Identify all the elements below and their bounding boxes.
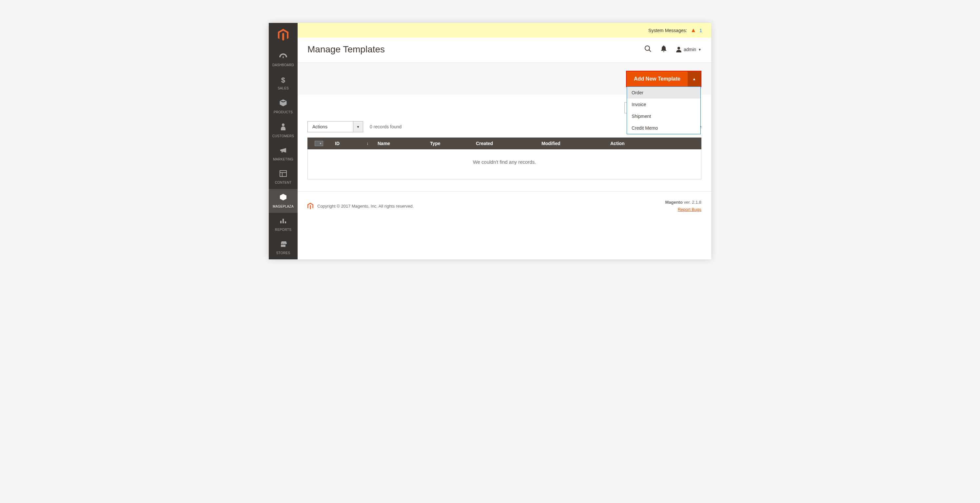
header-actions: admin ▼ [644,45,702,54]
sidebar-item-dashboard[interactable]: DASHBOARD [269,48,298,71]
sidebar-item-marketing[interactable]: MARKETING [269,143,298,166]
svg-rect-4 [280,221,282,223]
sidebar-item-reports[interactable]: REPORTS [269,213,298,236]
sidebar-item-content[interactable]: CONTENT [269,166,298,189]
sidebar-item-label: SALES [270,86,296,90]
column-name[interactable]: Name [373,138,425,149]
sidebar-item-stores[interactable]: STORES [269,236,298,259]
magento-logo[interactable] [269,23,298,48]
grid-header: ▼ ID ↓ Name Type Created [307,138,702,149]
copyright-text: Copyright © 2017 Magento, Inc. All right… [317,204,414,209]
sidebar-item-customers[interactable]: CUSTOMERS [269,119,298,143]
column-id[interactable]: ID ↓ [330,138,373,149]
svg-rect-6 [285,221,286,223]
svg-point-9 [678,47,680,49]
dropdown-item-shipment[interactable]: Shipment [627,110,700,122]
dropdown-item-order[interactable]: Order [627,87,700,98]
data-grid: ▼ ID ↓ Name Type Created [307,138,702,179]
megaphone-icon [270,147,296,156]
bar-chart-icon [270,217,296,226]
version-number: ver. 2.1.8 [683,200,702,205]
svg-rect-1 [280,171,286,176]
caret-up-icon: ▲ [692,77,696,81]
column-type[interactable]: Type [425,138,471,149]
add-new-template-dropdown: Order Invoice Shipment Credit Memo [627,86,701,134]
version-label: Magento [665,200,682,205]
person-icon [270,123,296,132]
sidebar: DASHBOARD $ SALES PRODUCTS CUSTOMERS MAR… [269,23,298,259]
bell-icon[interactable] [661,45,667,54]
svg-point-7 [645,46,650,51]
sidebar-item-label: CUSTOMERS [270,134,296,138]
add-new-template-wrapper: Add New Template ▲ Order Invoice Shipmen… [626,71,702,87]
page-header: Manage Templates admin ▼ [298,38,711,63]
warning-icon: ▲ [690,27,696,34]
sidebar-item-label: CONTENT [270,181,296,184]
box-icon [270,194,296,203]
box-icon [270,99,296,108]
main-content: System Messages: ▲ 1 Manage Templates ad… [298,23,711,259]
svg-point-0 [282,124,285,126]
column-checkbox[interactable]: ▼ [307,138,330,149]
dollar-icon: $ [270,76,296,84]
user-name: admin [684,47,696,52]
add-new-template-toggle[interactable]: ▲ [688,71,701,86]
page-footer: Copyright © 2017 Magento, Inc. All right… [298,191,711,219]
svg-rect-5 [283,219,284,223]
sidebar-item-label: STORES [270,251,296,255]
gauge-icon [270,53,296,61]
sidebar-item-label: MAGEPLAZA [270,205,296,208]
sidebar-item-products[interactable]: PRODUCTS [269,95,298,119]
app-wrapper: DASHBOARD $ SALES PRODUCTS CUSTOMERS MAR… [269,23,711,259]
svg-line-8 [649,50,651,52]
action-bar: Add New Template ▲ Order Invoice Shipmen… [298,63,711,95]
layout-icon [270,170,296,179]
sidebar-item-label: MARKETING [270,157,296,161]
store-icon [270,241,296,249]
add-new-template-button[interactable]: Add New Template [627,71,688,86]
bulk-actions-select[interactable]: Actions ▼ [307,121,363,132]
sidebar-item-label: DASHBOARD [270,63,296,67]
system-messages-count[interactable]: 1 [700,28,702,33]
system-messages-bar: System Messages: ▲ 1 [298,23,711,38]
user-menu[interactable]: admin ▼ [676,46,702,52]
page-title: Manage Templates [307,44,385,55]
grid-empty-message: We couldn't find any records. [307,149,702,179]
magento-logo-small [307,203,313,209]
caret-down-icon: ▼ [698,48,702,51]
sidebar-item-mageplaza[interactable]: MAGEPLAZA [269,189,298,213]
system-messages-label: System Messages: [648,28,687,33]
records-found-label: 0 records found [370,124,401,129]
column-action[interactable]: Action [606,138,702,149]
sidebar-item-label: PRODUCTS [270,110,296,114]
column-created[interactable]: Created [471,138,537,149]
search-icon[interactable] [644,45,652,54]
report-bugs-link[interactable]: Report Bugs [678,207,702,212]
dropdown-item-credit-memo[interactable]: Credit Memo [627,122,700,134]
sort-arrow-icon: ↓ [366,141,368,146]
column-modified[interactable]: Modified [537,138,606,149]
select-all-checkbox[interactable]: ▼ [315,141,323,146]
sidebar-item-label: REPORTS [270,228,296,232]
dropdown-item-invoice[interactable]: Invoice [627,98,700,110]
sidebar-item-sales[interactable]: $ SALES [269,71,298,95]
caret-down-icon: ▼ [353,121,363,132]
